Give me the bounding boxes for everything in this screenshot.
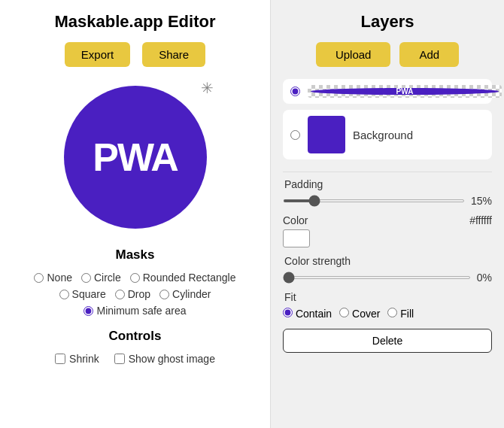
delete-button[interactable]: Delete [283,329,492,353]
mask-square-label: Square [72,288,106,300]
mask-circle[interactable]: Circle [81,272,121,284]
layer-bg-radio[interactable] [290,130,300,140]
upload-button[interactable]: Upload [316,42,391,67]
ghost-control[interactable]: Show ghost image [114,353,215,365]
shrink-control[interactable]: Shrink [55,353,99,365]
add-button[interactable]: Add [399,42,459,67]
layers-title: Layers [283,12,492,32]
layer-item-pwa[interactable]: PWA PWA.svg [283,79,492,104]
padding-slider-row: 15% [283,195,492,207]
pwa-thumb-text: PWA [396,87,414,96]
mask-drop[interactable]: Drop [115,288,150,300]
fit-contain[interactable]: Contain [283,308,332,320]
layer-pwa-thumb: PWA [308,85,502,98]
left-panel: Maskable.app Editor Export Share ✳ PWA M… [0,0,271,428]
mask-none[interactable]: None [34,272,71,284]
mask-square-radio[interactable] [59,290,69,299]
mask-minimum-label: Minimum safe area [96,305,186,317]
masks-section: Masks None Circle Rounded Rectangle Squa… [15,247,255,317]
preview-area: ✳ PWA [60,82,211,232]
toolbar: Export Share [65,42,205,67]
mask-minimum-radio[interactable] [83,306,93,316]
padding-slider[interactable] [283,199,465,202]
fit-fill-radio[interactable] [387,308,397,317]
padding-row: Padding [283,178,492,190]
pwa-logo-text: PWA [93,135,177,180]
layer-bg-thumb [308,116,345,153]
mask-circle-radio[interactable] [81,273,91,283]
mask-minimum-safe-area[interactable]: Minimum safe area [83,305,186,317]
padding-value: 15% [471,195,492,207]
mask-cylinder[interactable]: Cylinder [159,288,211,300]
fit-cover[interactable]: Cover [339,308,380,320]
right-panel: Layers Upload Add PWA PWA.svg Background… [271,0,504,428]
sun-icon: ✳ [201,79,214,97]
export-button[interactable]: Export [65,42,130,67]
ghost-checkbox[interactable] [114,354,125,364]
mask-circle-label: Circle [94,272,121,284]
masks-title: Masks [15,247,255,263]
mask-rounded-radio[interactable] [130,273,140,283]
color-strength-value: 0% [477,272,492,284]
ghost-label: Show ghost image [129,353,215,365]
fit-cover-radio[interactable] [339,308,349,317]
controls-title: Controls [15,329,255,344]
layer-pwa-radio[interactable] [290,87,300,96]
color-swatch-row [283,229,492,247]
color-swatch[interactable] [283,229,310,247]
mask-square[interactable]: Square [59,288,106,300]
shrink-label: Shrink [69,353,99,365]
mask-rounded-rectangle[interactable]: Rounded Rectangle [130,272,236,284]
fit-options: Contain Cover Fill [283,308,492,320]
preview-circle: PWA [64,86,207,229]
fit-fill[interactable]: Fill [387,308,414,320]
fit-fill-label: Fill [400,308,414,320]
fit-label-row: Fit [283,291,492,303]
fit-label: Fit [284,291,296,303]
fit-contain-radio[interactable] [283,308,293,317]
fit-cover-label: Cover [352,308,380,320]
mask-drop-label: Drop [128,288,150,300]
mask-cylinder-radio[interactable] [159,290,169,299]
color-label: Color [283,214,308,226]
layer-bg-name: Background [353,129,413,141]
color-row: Color #ffffff [283,214,492,226]
mask-cylinder-label: Cylinder [172,288,211,300]
pwa-thumb-inner: PWA [311,88,499,95]
layer-item-background[interactable]: Background [283,110,492,159]
divider [283,172,492,172]
masks-radio-group: None Circle Rounded Rectangle Square Dro… [15,272,255,317]
bg-color-swatch [308,116,345,153]
color-strength-row: Color strength [283,255,492,267]
mask-rounded-label: Rounded Rectangle [143,272,236,284]
mask-none-label: None [47,272,71,284]
color-strength-slider[interactable] [283,276,471,279]
layers-toolbar: Upload Add [283,42,492,67]
app-title: Maskable.app Editor [55,12,216,32]
fit-contain-label: Contain [296,308,332,320]
controls-checkbox-group: Shrink Show ghost image [15,353,255,365]
shrink-checkbox[interactable] [55,354,65,364]
share-button[interactable]: Share [142,42,205,67]
padding-label: Padding [284,178,323,190]
controls-section: Controls Shrink Show ghost image [15,329,255,365]
mask-drop-radio[interactable] [115,290,125,299]
color-strength-label: Color strength [284,255,351,267]
color-strength-slider-row: 0% [283,272,492,284]
color-hex: #ffffff [469,214,492,226]
mask-none-radio[interactable] [34,273,44,283]
